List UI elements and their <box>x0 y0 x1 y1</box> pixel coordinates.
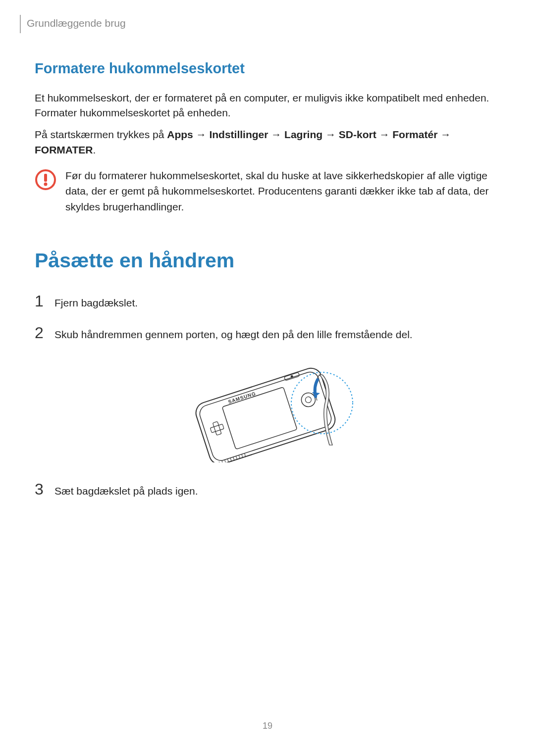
page-number: 19 <box>0 721 535 731</box>
warning-icon <box>35 169 56 191</box>
step-number-1: 1 <box>35 293 46 309</box>
warning-text: Før du formaterer hukommelseskortet, ska… <box>65 168 500 215</box>
main-heading-handstrap: Påsætte en håndrem <box>35 249 500 272</box>
illustration-container: SAMSUNG <box>35 356 500 462</box>
step-row: 2 Skub håndremmen gennem porten, og hægt… <box>35 325 500 343</box>
warning-block: Før du formaterer hukommelseskortet, ska… <box>35 168 500 215</box>
svg-rect-1 <box>44 174 47 182</box>
step-number-3: 3 <box>35 481 46 497</box>
svg-point-2 <box>44 182 48 186</box>
step-row: 3 Sæt bagdækslet på plads igen. <box>35 481 500 499</box>
step-text-1: Fjern bagdækslet. <box>54 294 138 311</box>
step-row: 1 Fjern bagdækslet. <box>35 293 500 311</box>
page-header: Grundlæggende brug <box>20 15 500 33</box>
step-number-2: 2 <box>35 325 46 341</box>
breadcrumb: Grundlæggende brug <box>27 17 500 29</box>
device-handstrap-illustration: SAMSUNG <box>171 356 364 462</box>
step-text-3: Sæt bagdækslet på plads igen. <box>54 482 198 499</box>
section-heading-format: Formatere hukommelseskortet <box>35 60 500 77</box>
format-intro-text: Et hukommelseskort, der er formateret på… <box>35 91 500 121</box>
step-text-2: Skub håndremmen gennem porten, og hægt d… <box>54 325 413 343</box>
format-instruction-text: På startskærmen trykkes på Apps → Indsti… <box>35 127 500 158</box>
